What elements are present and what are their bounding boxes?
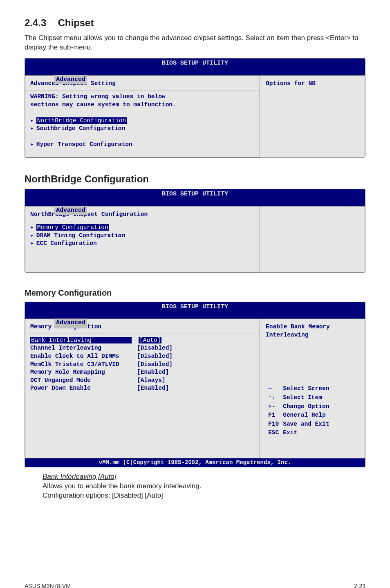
menu-item-ecc-config[interactable]: ECC Configuration [30, 240, 255, 248]
bios-header: BIOS SETUP UTILITY Advanced [25, 302, 365, 319]
option-desc-1: Allows you to enable the bank memory int… [43, 482, 365, 491]
help-pane: Enable Bank Memory Interleaving ↔Select … [260, 319, 365, 458]
intro-paragraph: The Chipset menu allows you to change th… [25, 34, 365, 52]
bios-header: BIOS SETUP UTILITY Advanced [25, 189, 365, 206]
northbridge-heading: NorthBridge Configuration [25, 173, 365, 186]
bios-tab-advanced[interactable]: Advanced [54, 206, 87, 215]
setting-row[interactable]: Bank Interleaving [Auto] [30, 337, 255, 345]
option-block: Bank Interleaving [Auto] Allows you to e… [43, 472, 365, 500]
bios-panel-memory-config: BIOS SETUP UTILITY Advanced Memory Confi… [25, 302, 365, 467]
memory-config-heading: Memory Configuration [25, 287, 365, 298]
setting-row[interactable]: Memory Hole Remapping [Enabled] [30, 368, 255, 377]
bios-panel-northbridge: BIOS SETUP UTILITY Advanced NorthBridge … [25, 189, 365, 273]
footer-right: 2-23 [354, 582, 365, 588]
footer-rule [25, 533, 365, 533]
help-key-row: ↑↓Select Item [267, 394, 331, 402]
menu-item-dram-timing[interactable]: DRAM Timing Configuration [30, 232, 255, 240]
divider [25, 221, 260, 221]
warning-line-2: sections may cause system to malfunction… [30, 101, 255, 109]
bios-header-title: BIOS SETUP UTILITY [162, 303, 228, 310]
help-text: Options for NB [266, 80, 316, 87]
bios-header-title: BIOS SETUP UTILITY [162, 191, 228, 197]
help-key-row: F1General Help [267, 411, 331, 420]
option-desc-2: Configuration options: [Disabled] [Auto] [43, 491, 365, 500]
bios-tab-advanced[interactable]: Advanced [54, 75, 87, 84]
help-pane [260, 206, 365, 272]
help-line-1: Enable Bank Memory [266, 323, 361, 331]
option-title: Bank Interleaving [Auto] [43, 472, 365, 482]
help-keys-table: ↔Select Screen↑↓Select Item+-Change Opti… [266, 384, 332, 438]
section-number: 2.4.3 [25, 17, 46, 28]
section-title: Chipset [58, 17, 94, 28]
help-line-2: Interleaving [266, 331, 361, 339]
bios-copyright-bar: vMM.mm (C)Copyright 1985-2002, American … [25, 458, 365, 467]
menu-item-hypertransport[interactable]: Hyper Transpot Configuraton [30, 141, 255, 149]
warning-line-1: WARNING: Setting wrong values in below [30, 93, 255, 101]
menu-item-southbridge[interactable]: Southbridge Configuration [30, 125, 255, 133]
footer-left: ASUS M3N78-VM [25, 582, 71, 588]
bios-tab-advanced[interactable]: Advanced [54, 319, 87, 328]
divider [25, 334, 260, 334]
setting-row[interactable]: MemClk Tristate C3/ATLVID [Disabled] [30, 361, 255, 369]
menu-item-memory-config[interactable]: Memory Configuration [30, 224, 255, 232]
setting-row[interactable]: Enable Clock to All DIMMs [Disabled] [30, 352, 255, 361]
setting-row[interactable]: DCT Unganged Mode [Always] [30, 377, 255, 385]
divider [25, 90, 260, 90]
bios-panel-advanced-chipset: BIOS SETUP UTILITY Advanced Advanced Chi… [25, 58, 365, 158]
help-key-row: F10Save and Exit [267, 420, 331, 429]
setting-row[interactable]: Power Down Enable [Enabled] [30, 384, 255, 393]
help-pane: Options for NB [260, 75, 365, 158]
bios-header: BIOS SETUP UTILITY Advanced [25, 58, 365, 75]
section-heading: 2.4.3Chipset [25, 16, 365, 29]
help-key-row: ↔Select Screen [267, 385, 331, 393]
page-footer: ASUS M3N78-VM 2-23 [25, 582, 365, 588]
help-key-row: +-Change Option [267, 403, 331, 411]
setting-row[interactable]: Channel Interleaving [Disabled] [30, 344, 255, 352]
menu-item-northbridge[interactable]: NorthBridge Configuration [30, 117, 255, 125]
bios-header-title: BIOS SETUP UTILITY [162, 60, 228, 67]
help-key-row: ESCExit [267, 429, 331, 437]
